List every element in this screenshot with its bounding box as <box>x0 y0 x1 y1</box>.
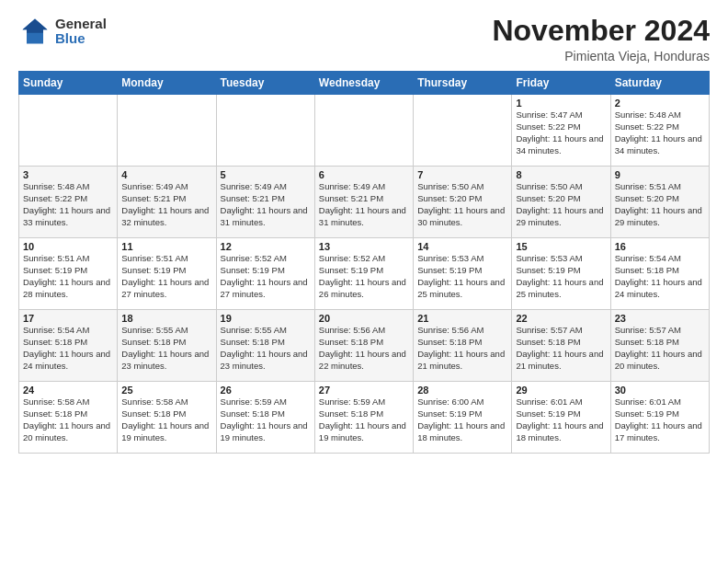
calendar-cell: 24Sunrise: 5:58 AM Sunset: 5:18 PM Dayli… <box>19 382 118 454</box>
calendar-cell: 23Sunrise: 5:57 AM Sunset: 5:18 PM Dayli… <box>610 310 709 382</box>
calendar-cell: 7Sunrise: 5:50 AM Sunset: 5:20 PM Daylig… <box>414 167 512 238</box>
day-info: Sunrise: 5:47 AM Sunset: 5:22 PM Dayligh… <box>516 109 606 156</box>
calendar-cell: 29Sunrise: 6:01 AM Sunset: 5:19 PM Dayli… <box>512 382 610 454</box>
calendar-cell: 4Sunrise: 5:49 AM Sunset: 5:21 PM Daylig… <box>118 167 216 238</box>
day-info: Sunrise: 5:52 AM Sunset: 5:19 PM Dayligh… <box>319 253 409 300</box>
day-number: 11 <box>121 241 211 252</box>
calendar-week-row: 24Sunrise: 5:58 AM Sunset: 5:18 PM Dayli… <box>19 382 710 454</box>
day-number: 16 <box>615 241 705 252</box>
day-info: Sunrise: 5:58 AM Sunset: 5:18 PM Dayligh… <box>121 396 211 443</box>
svg-marker-1 <box>23 19 48 33</box>
day-header-saturday: Saturday <box>610 72 709 95</box>
day-number: 9 <box>615 169 705 180</box>
calendar-cell: 6Sunrise: 5:49 AM Sunset: 5:21 PM Daylig… <box>314 167 413 238</box>
calendar-cell: 16Sunrise: 5:54 AM Sunset: 5:18 PM Dayli… <box>610 238 709 310</box>
header: General Blue November 2024 Pimienta Viej… <box>18 15 710 63</box>
title-block: November 2024 Pimienta Vieja, Honduras <box>492 15 710 63</box>
day-info: Sunrise: 5:53 AM Sunset: 5:19 PM Dayligh… <box>516 253 606 300</box>
day-number: 15 <box>516 241 606 252</box>
day-info: Sunrise: 5:56 AM Sunset: 5:18 PM Dayligh… <box>319 325 409 372</box>
day-info: Sunrise: 5:59 AM Sunset: 5:18 PM Dayligh… <box>319 396 409 443</box>
calendar-cell: 10Sunrise: 5:51 AM Sunset: 5:19 PM Dayli… <box>19 238 118 310</box>
calendar-header-row: SundayMondayTuesdayWednesdayThursdayFrid… <box>19 72 710 95</box>
day-header-monday: Monday <box>118 72 216 95</box>
month-title: November 2024 <box>492 15 710 47</box>
calendar-cell: 20Sunrise: 5:56 AM Sunset: 5:18 PM Dayli… <box>314 310 413 382</box>
calendar-cell: 2Sunrise: 5:48 AM Sunset: 5:22 PM Daylig… <box>610 95 709 167</box>
calendar-week-row: 17Sunrise: 5:54 AM Sunset: 5:18 PM Dayli… <box>19 310 710 382</box>
page: General Blue November 2024 Pimienta Viej… <box>0 0 728 563</box>
day-info: Sunrise: 5:54 AM Sunset: 5:18 PM Dayligh… <box>615 253 705 300</box>
calendar-cell: 13Sunrise: 5:52 AM Sunset: 5:19 PM Dayli… <box>314 238 413 310</box>
day-number: 18 <box>121 313 211 324</box>
calendar-cell: 27Sunrise: 5:59 AM Sunset: 5:18 PM Dayli… <box>314 382 413 454</box>
calendar-cell: 9Sunrise: 5:51 AM Sunset: 5:20 PM Daylig… <box>610 167 709 238</box>
calendar-cell <box>414 95 512 167</box>
day-header-sunday: Sunday <box>19 72 118 95</box>
day-info: Sunrise: 5:52 AM Sunset: 5:19 PM Dayligh… <box>221 253 311 300</box>
day-number: 1 <box>516 98 606 109</box>
day-info: Sunrise: 5:51 AM Sunset: 5:20 PM Dayligh… <box>615 181 705 228</box>
day-info: Sunrise: 5:53 AM Sunset: 5:19 PM Dayligh… <box>417 253 507 300</box>
day-number: 19 <box>221 313 311 324</box>
day-number: 2 <box>615 98 705 109</box>
day-number: 8 <box>516 169 606 180</box>
day-number: 3 <box>23 169 113 180</box>
day-number: 25 <box>121 385 211 396</box>
day-info: Sunrise: 5:59 AM Sunset: 5:18 PM Dayligh… <box>221 396 311 443</box>
calendar-cell <box>19 95 118 167</box>
day-info: Sunrise: 5:56 AM Sunset: 5:18 PM Dayligh… <box>417 325 507 372</box>
day-number: 6 <box>319 169 409 180</box>
day-number: 13 <box>319 241 409 252</box>
day-info: Sunrise: 5:49 AM Sunset: 5:21 PM Dayligh… <box>319 181 409 228</box>
calendar-cell: 28Sunrise: 6:00 AM Sunset: 5:19 PM Dayli… <box>414 382 512 454</box>
calendar-cell: 3Sunrise: 5:48 AM Sunset: 5:22 PM Daylig… <box>19 167 118 238</box>
calendar-cell: 14Sunrise: 5:53 AM Sunset: 5:19 PM Dayli… <box>414 238 512 310</box>
day-info: Sunrise: 5:49 AM Sunset: 5:21 PM Dayligh… <box>121 181 211 228</box>
day-info: Sunrise: 5:54 AM Sunset: 5:18 PM Dayligh… <box>23 325 113 372</box>
day-info: Sunrise: 5:57 AM Sunset: 5:18 PM Dayligh… <box>516 325 606 372</box>
day-number: 10 <box>23 241 113 252</box>
day-header-tuesday: Tuesday <box>216 72 314 95</box>
day-info: Sunrise: 5:51 AM Sunset: 5:19 PM Dayligh… <box>121 253 211 300</box>
calendar-week-row: 3Sunrise: 5:48 AM Sunset: 5:22 PM Daylig… <box>19 167 710 238</box>
day-number: 20 <box>319 313 409 324</box>
day-number: 22 <box>516 313 606 324</box>
day-header-thursday: Thursday <box>414 72 512 95</box>
day-info: Sunrise: 5:49 AM Sunset: 5:21 PM Dayligh… <box>221 181 311 228</box>
calendar-cell: 18Sunrise: 5:55 AM Sunset: 5:18 PM Dayli… <box>118 310 216 382</box>
calendar-cell: 8Sunrise: 5:50 AM Sunset: 5:20 PM Daylig… <box>512 167 610 238</box>
day-number: 23 <box>615 313 705 324</box>
day-number: 12 <box>221 241 311 252</box>
logo-general-text: General <box>55 17 107 32</box>
day-info: Sunrise: 6:01 AM Sunset: 5:19 PM Dayligh… <box>615 396 705 443</box>
location-title: Pimienta Vieja, Honduras <box>492 49 710 63</box>
day-info: Sunrise: 5:58 AM Sunset: 5:18 PM Dayligh… <box>23 396 113 443</box>
day-number: 21 <box>417 313 507 324</box>
day-number: 26 <box>221 385 311 396</box>
day-info: Sunrise: 5:50 AM Sunset: 5:20 PM Dayligh… <box>417 181 507 228</box>
calendar-cell <box>216 95 314 167</box>
day-info: Sunrise: 5:48 AM Sunset: 5:22 PM Dayligh… <box>23 181 113 228</box>
calendar-week-row: 10Sunrise: 5:51 AM Sunset: 5:19 PM Dayli… <box>19 238 710 310</box>
calendar-cell: 1Sunrise: 5:47 AM Sunset: 5:22 PM Daylig… <box>512 95 610 167</box>
day-number: 14 <box>417 241 507 252</box>
day-info: Sunrise: 5:55 AM Sunset: 5:18 PM Dayligh… <box>121 325 211 372</box>
calendar-cell: 25Sunrise: 5:58 AM Sunset: 5:18 PM Dayli… <box>118 382 216 454</box>
day-number: 7 <box>417 169 507 180</box>
logo-icon <box>18 15 51 48</box>
calendar-cell: 12Sunrise: 5:52 AM Sunset: 5:19 PM Dayli… <box>216 238 314 310</box>
day-info: Sunrise: 5:55 AM Sunset: 5:18 PM Dayligh… <box>221 325 311 372</box>
calendar-cell: 15Sunrise: 5:53 AM Sunset: 5:19 PM Dayli… <box>512 238 610 310</box>
calendar-cell: 19Sunrise: 5:55 AM Sunset: 5:18 PM Dayli… <box>216 310 314 382</box>
day-info: Sunrise: 5:48 AM Sunset: 5:22 PM Dayligh… <box>615 109 705 156</box>
logo-blue-text: Blue <box>55 31 107 47</box>
day-number: 27 <box>319 385 409 396</box>
day-header-friday: Friday <box>512 72 610 95</box>
day-info: Sunrise: 6:00 AM Sunset: 5:19 PM Dayligh… <box>417 396 507 443</box>
calendar-week-row: 1Sunrise: 5:47 AM Sunset: 5:22 PM Daylig… <box>19 95 710 167</box>
calendar-cell: 30Sunrise: 6:01 AM Sunset: 5:19 PM Dayli… <box>610 382 709 454</box>
logo: General Blue <box>18 15 107 48</box>
calendar-cell <box>314 95 413 167</box>
day-info: Sunrise: 5:50 AM Sunset: 5:20 PM Dayligh… <box>516 181 606 228</box>
